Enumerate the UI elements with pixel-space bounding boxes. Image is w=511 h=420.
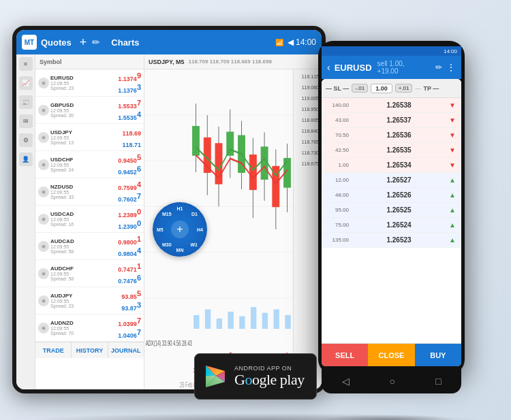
buy-button[interactable]: BUY [415,344,461,366]
tf-h1: H1 [177,206,183,211]
quote-ask: 93.873 [121,301,141,312]
phone-header: ‹ EURUSD sell 1.00, +19.00 ✏ ⋮ [322,56,461,79]
right-price-column: 119.115 119.060 119.005 118.950 118.895 … [293,69,322,389]
history-tab[interactable]: HISTORY [72,342,108,358]
quote-spread: Spread: 33 [50,195,117,199]
sl-minus-btn[interactable]: -.01 [352,84,368,93]
quote-spread: Spread: 30 [50,113,117,118]
quote-prices: 93.855 93.873 [121,289,141,312]
order-price: 1.26534 [349,161,449,169]
quote-row[interactable]: ◉ USDCHF 12:09:55 Spread: 24 0.94505 0.9… [35,151,144,178]
quote-row[interactable]: ◉ AUDCAD 12:09:55 Spread: 58 0.98001 0.9… [35,233,144,260]
order-volume: 48.00 [324,192,349,198]
price-tick-2: 119.060 [294,82,322,93]
chart-canvas[interactable]: ADX(14) 33.90 4.56 28.43 26 Feb 03:10 26… [144,69,293,389]
sidebar-icon-account[interactable]: 👤 [19,152,33,166]
svg-text:ADX(14) 33.90 4.56 28.43: ADX(14) 33.90 4.56 28.43 [146,339,192,348]
phone-sell-info: sell 1.00, +19.00 [377,60,427,75]
quote-info: AUDNZD 12:09:55 Spread: 70 [50,320,117,336]
order-book-row[interactable]: 43.00 1.26537 ▼ [322,113,461,128]
tablet-body: ≡ 📈 📰 ✉ ⚙ 👤 Symbol ◉ EURUSD 12:09:55 Spr… [16,54,322,389]
tp-label: TP — [423,85,439,92]
phone-edit-icon[interactable]: ✏ [435,63,442,72]
order-volume: 135.00 [324,237,349,243]
quote-row[interactable]: ◉ NZDUSD 12:09:55 Spread: 33 0.75994 0.7… [35,178,144,206]
order-direction-icon: ▼ [449,131,459,139]
price-tick-1: 119.115 [294,71,322,82]
quote-spread: Spread: 58 [50,276,117,281]
order-direction-icon: ▼ [449,146,459,154]
add-quote-button[interactable]: + [80,35,87,50]
order-direction-icon: ▼ [449,116,459,124]
tablet: MT Quotes + ✏ Charts 📶 ◀ 14:00 ≡ 📈 📰 ✉ ⚙… [12,26,326,393]
quote-name: AUDCHF [50,265,117,272]
order-book: 140.00 1.26538 ▼ 43.00 1.26537 ▼ 70.50 1… [322,98,461,343]
quote-bid: 0.94505 [118,153,141,164]
google-play-badge[interactable]: ANDROID APP ON Google play [194,353,317,400]
back-button[interactable]: ‹ [327,62,330,73]
order-book-row[interactable]: 42.50 1.26535 ▼ [322,143,461,158]
order-direction-icon: ▲ [449,176,459,184]
svg-rect-6 [192,127,199,155]
sidebar-icon-news[interactable]: 📰 [19,95,33,109]
order-book-row[interactable]: 1.00 1.26534 ▼ [322,158,461,173]
sidebar-icon-chart[interactable]: 📈 [19,76,33,90]
quote-row[interactable]: ◉ GBPUSD 12:09:55 Spread: 30 1.55337 1.5… [35,97,144,124]
quote-time: 12:09:55 [50,190,117,195]
phone-menu-icon[interactable]: ⋮ [446,62,456,73]
quote-name: USDCHF [50,157,117,163]
quote-row[interactable]: ◉ USDJPY 12:09:55 Spread: 13 118.69 118.… [35,124,144,151]
svg-rect-25 [217,319,222,329]
quotes-bottom-tabs: TRADE HISTORY JOURNAL [35,342,144,358]
quote-icon: ◉ [38,295,49,306]
order-book-row[interactable]: 75.00 1.26524 ▲ [322,218,461,233]
trade-tab[interactable]: TRADE [35,342,72,358]
recent-nav-button[interactable]: □ [435,376,441,387]
quote-ask: 0.94526 [118,165,141,176]
back-nav-button[interactable]: ◁ [342,376,350,387]
tablet-status-icons: 📶 [275,39,283,46]
wheel-center[interactable]: + [171,221,189,238]
price-tick-5: 118.895 [294,114,322,125]
sidebar-icon-mail[interactable]: ✉ [19,114,33,128]
quotes-panel: Symbol ◉ EURUSD 12:09:55 Spread: 23 1.13… [35,54,144,389]
quote-row[interactable]: ◉ USDCAD 12:09:55 Spread: 16 1.23890 1.2… [35,206,144,233]
chart-header: USDJPY, M5 118.709 118.709 118.669 118.6… [144,54,322,69]
quotes-tab-label[interactable]: Quotes [41,37,72,48]
home-nav-button[interactable]: ○ [390,376,395,387]
charts-tab-label[interactable]: Charts [111,37,139,48]
order-book-row[interactable]: 140.00 1.26538 ▼ [322,98,461,113]
sl-plus-btn[interactable]: +.01 [395,84,413,93]
edit-button[interactable]: ✏ [92,37,100,48]
journal-tab[interactable]: JOURNAL [108,342,144,358]
quote-name: AUDJPY [50,293,120,299]
quote-row[interactable]: ◉ EURUSD 12:09:55 Spread: 23 1.13749 1.1… [35,69,144,97]
close-button[interactable]: CLOSE [368,344,414,366]
sidebar-icon-quotes[interactable]: ≡ [19,57,33,71]
order-direction-icon: ▼ [449,101,459,109]
quote-name: GBPUSD [50,102,117,108]
order-volume: 12.00 [324,177,349,183]
badge-text: ANDROID APP ON Google play [234,365,305,388]
order-price: 1.26525 [349,206,449,214]
order-book-row[interactable]: 135.00 1.26523 ▲ [322,233,461,248]
order-quantity[interactable]: 1.00 [371,84,392,93]
wheel-plus-icon: + [176,223,183,236]
quote-name: NZDUSD [50,184,117,190]
order-book-row[interactable]: 95.00 1.26525 ▲ [322,203,461,218]
order-book-row[interactable]: 12.00 1.26527 ▲ [322,173,461,188]
wifi-icon: 📶 [275,39,283,46]
quote-row[interactable]: ◉ AUDCHF 12:09:55 Spread: 58 0.74711 0.7… [35,260,144,287]
order-book-row[interactable]: 70.50 1.26536 ▼ [322,128,461,143]
quote-row[interactable]: ◉ AUDJPY 12:09:55 Spread: 23 93.855 93.8… [35,287,144,314]
phone-shadow [320,415,456,420]
sell-button[interactable]: SELL [322,344,368,366]
quote-row[interactable]: ◉ AUDNZD 12:09:55 Spread: 70 1.03997 1.0… [35,314,144,342]
quote-prices: 1.55337 1.55354 [118,99,141,121]
order-book-row[interactable]: 48.00 1.26526 ▲ [322,188,461,203]
quote-bid: 1.13749 [118,71,141,82]
svg-rect-29 [262,313,268,329]
timeframe-wheel[interactable]: H1 H4 MN M5 D1 M15 M30 W1 + [153,202,207,257]
sidebar-icon-settings[interactable]: ⚙ [19,133,33,147]
svg-rect-12 [227,132,234,155]
